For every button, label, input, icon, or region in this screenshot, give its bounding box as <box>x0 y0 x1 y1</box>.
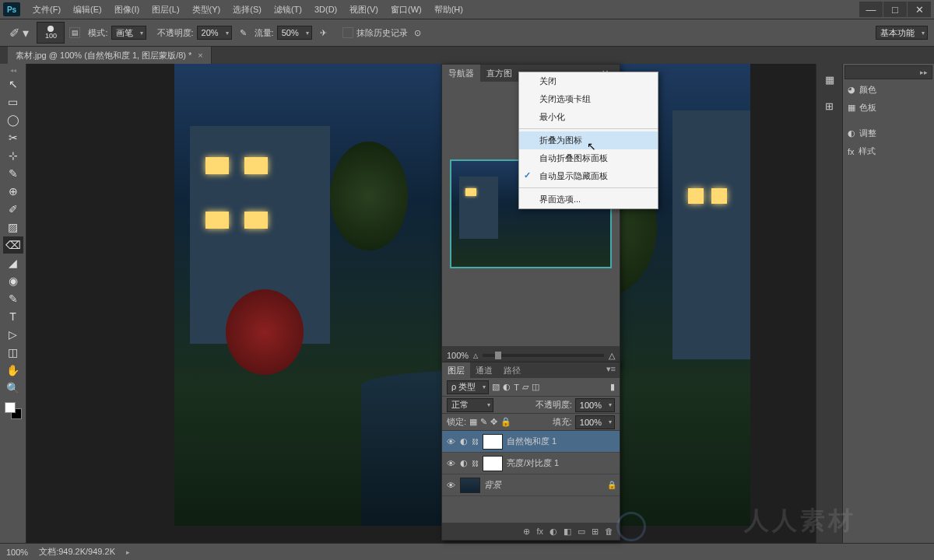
brush-tool[interactable]: ✐ <box>3 201 23 218</box>
color-panel-button[interactable]: ◕颜色 <box>843 81 934 99</box>
hand-tool[interactable]: ✋ <box>3 362 23 379</box>
new-layer-icon[interactable]: ⊞ <box>592 527 599 537</box>
menu-auto-collapse[interactable]: 自动折叠图标面板 <box>519 149 658 167</box>
layers-panel-menu-icon[interactable]: ▾≡ <box>602 362 620 378</box>
visibility-icon[interactable]: 👁 <box>445 481 456 490</box>
menu-type[interactable]: 类型(Y) <box>186 4 227 16</box>
pen-tool[interactable]: ✎ <box>3 290 23 307</box>
layer-thumbnail[interactable] <box>460 478 480 493</box>
mask-thumbnail[interactable] <box>483 456 503 471</box>
window-close-button[interactable]: ✕ <box>908 2 931 17</box>
crop-tool[interactable]: ⊹ <box>3 147 23 164</box>
toolbar-collapse-icon[interactable]: ◂◂ <box>10 67 16 75</box>
opacity-field[interactable]: 20% <box>197 26 232 40</box>
zoom-out-icon[interactable]: △ <box>473 352 478 359</box>
layer-name[interactable]: 背景 <box>484 479 501 491</box>
filter-pixel-icon[interactable]: ▧ <box>492 382 500 392</box>
properties-panel-icon[interactable]: ⊞ <box>822 98 837 114</box>
history-panel-icon[interactable]: ▦ <box>822 72 837 87</box>
airbrush-icon[interactable]: ✈ <box>320 28 327 38</box>
navigator-zoom-value[interactable]: 100% <box>447 351 469 360</box>
menu-file[interactable]: 文件(F) <box>26 4 67 16</box>
filter-smart-icon[interactable]: ◫ <box>532 382 539 392</box>
layer-name[interactable]: 亮度/对比度 1 <box>507 457 559 469</box>
adjustments-panel-button[interactable]: ◐调整 <box>843 124 934 142</box>
document-tab[interactable]: 素材.jpg @ 100% (自然饱和度 1, 图层蒙版/8) * × <box>8 47 212 64</box>
workspace-switcher[interactable]: 基本功能 <box>876 26 928 40</box>
styles-panel-button[interactable]: fx样式 <box>843 142 934 160</box>
filter-adjust-icon[interactable]: ◐ <box>503 382 511 392</box>
marquee-tool[interactable]: ▭ <box>3 93 23 110</box>
tool-preset-icon[interactable]: ✐ ▾ <box>9 26 29 40</box>
swatches-panel-button[interactable]: ▦色板 <box>843 99 934 117</box>
magic-wand-tool[interactable]: ✂ <box>3 129 23 146</box>
flow-field[interactable]: 50% <box>277 26 312 40</box>
window-maximize-button[interactable]: □ <box>883 2 907 17</box>
status-zoom[interactable]: 100% <box>6 548 28 557</box>
target-icon[interactable]: ⊙ <box>414 28 421 38</box>
color-swatch[interactable] <box>5 402 22 419</box>
layer-filter-select[interactable]: ρ 类型 <box>447 380 489 394</box>
lasso-tool[interactable]: ◯ <box>3 111 23 128</box>
link-layers-icon[interactable]: ⊕ <box>523 527 530 537</box>
menu-interface-options[interactable]: 界面选项... <box>519 191 658 208</box>
layer-opacity-field[interactable]: 100% <box>575 398 615 412</box>
eraser-tool[interactable]: ⌫ <box>3 236 23 254</box>
shape-tool[interactable]: ◫ <box>3 344 23 361</box>
gradient-tool[interactable]: ◢ <box>3 254 23 271</box>
tab-histogram[interactable]: 直方图 <box>480 65 518 82</box>
zoom-tool[interactable]: 🔍 <box>3 380 23 397</box>
menu-image[interactable]: 图像(I) <box>108 4 146 16</box>
type-tool[interactable]: T <box>3 308 23 325</box>
brush-panel-icon[interactable]: ▤ <box>69 27 80 38</box>
healing-tool[interactable]: ⊕ <box>3 183 23 200</box>
tab-channels[interactable]: 通道 <box>470 362 498 378</box>
trash-icon[interactable]: 🗑 <box>605 527 613 536</box>
window-minimize-button[interactable]: — <box>859 2 883 17</box>
tab-layers[interactable]: 图层 <box>442 362 470 378</box>
fx-icon[interactable]: fx <box>536 527 543 536</box>
adjustment-layer-icon[interactable]: ◧ <box>564 527 571 537</box>
menu-select[interactable]: 选择(S) <box>226 4 268 16</box>
filter-type-icon[interactable]: T <box>514 383 519 392</box>
menu-collapse-to-icons[interactable]: 折叠为图标 <box>519 131 658 149</box>
menu-filter[interactable]: 滤镜(T) <box>268 4 308 16</box>
document-tab-close-icon[interactable]: × <box>198 51 202 60</box>
layer-row[interactable]: 👁 ◐ ⛓ 亮度/对比度 1 <box>442 453 620 474</box>
zoom-slider[interactable] <box>483 354 604 357</box>
path-select-tool[interactable]: ▷ <box>3 326 23 343</box>
lock-all-icon[interactable]: 🔒 <box>500 417 511 427</box>
lock-pixels-icon[interactable]: ✎ <box>480 417 487 427</box>
filter-shape-icon[interactable]: ▱ <box>522 382 528 392</box>
filter-toggle[interactable]: ▮ <box>610 382 615 392</box>
layer-row[interactable]: 👁 背景 🔒 <box>442 474 620 496</box>
visibility-icon[interactable]: 👁 <box>445 459 456 468</box>
mask-thumbnail[interactable] <box>483 434 503 450</box>
pressure-opacity-icon[interactable]: ✎ <box>240 28 247 38</box>
history-checkbox[interactable] <box>342 27 353 38</box>
tab-paths[interactable]: 路径 <box>498 362 526 378</box>
status-info-menu-icon[interactable]: ▸ <box>126 548 130 556</box>
tab-navigator[interactable]: 导航器 <box>442 65 480 82</box>
brush-preset-picker[interactable]: 100 <box>37 22 65 44</box>
blend-mode-select[interactable]: 正常 <box>447 398 493 412</box>
right-panel-collapse[interactable]: ▸▸ <box>844 65 932 79</box>
menu-close-tab-group[interactable]: 关闭选项卡组 <box>519 90 658 108</box>
visibility-icon[interactable]: 👁 <box>445 437 456 446</box>
menu-3d[interactable]: 3D(D) <box>308 5 343 14</box>
lock-position-icon[interactable]: ✥ <box>490 417 497 427</box>
layer-name[interactable]: 自然饱和度 1 <box>507 436 557 447</box>
zoom-in-icon[interactable]: △ <box>609 351 615 361</box>
menu-auto-show-hidden[interactable]: ✓自动显示隐藏面板 <box>519 167 658 185</box>
mode-select[interactable]: 画笔 <box>111 26 146 40</box>
stamp-tool[interactable]: ▨ <box>3 219 23 236</box>
menu-layer[interactable]: 图层(L) <box>146 4 185 16</box>
menu-help[interactable]: 帮助(H) <box>428 4 469 16</box>
layers-panel[interactable]: 图层 通道 路径 ▾≡ ρ 类型 ▧ ◐ T ▱ ◫ ▮ 正常 不透明度: 10… <box>441 362 620 541</box>
move-tool[interactable]: ↖ <box>3 75 23 93</box>
eyedropper-tool[interactable]: ✎ <box>3 165 23 182</box>
group-icon[interactable]: ▭ <box>578 527 585 537</box>
mask-icon[interactable]: ◐ <box>550 527 557 537</box>
menu-minimize[interactable]: 最小化 <box>519 108 658 126</box>
status-doc-info[interactable]: 文档:949.2K/949.2K <box>39 546 115 558</box>
